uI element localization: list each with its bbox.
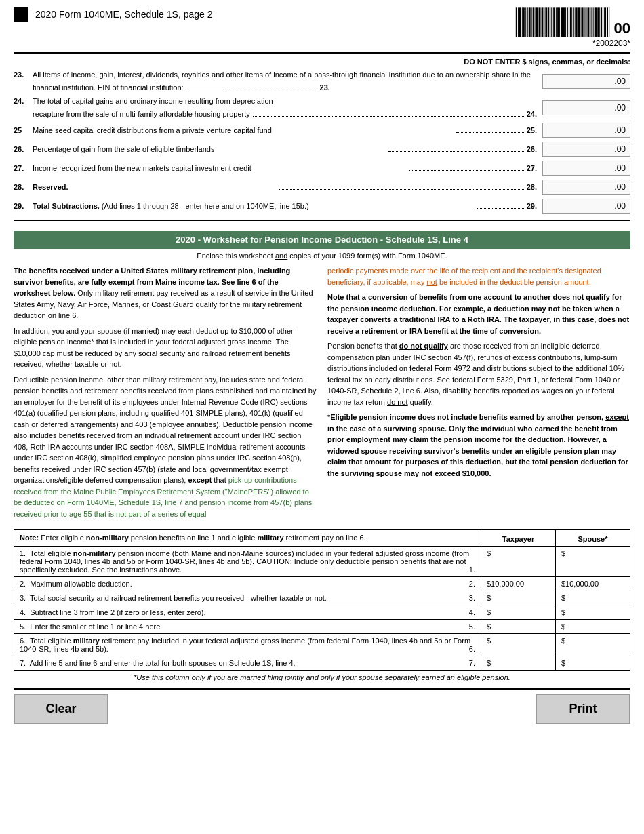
- line-25-num: 25: [14, 126, 33, 134]
- svg-rect-27: [566, 7, 567, 37]
- line-26-ref: 26.: [527, 145, 537, 153]
- line-23-ref: 23.: [320, 83, 330, 92]
- svg-rect-10: [534, 7, 535, 37]
- row6-text-cell: 6. Total eligible military retirement pa…: [14, 634, 481, 656]
- svg-rect-0: [516, 7, 517, 37]
- table-footnote: *Use this column only if you are married…: [14, 673, 630, 681]
- worksheet-title: 2020 - Worksheet for Pension Income Dedu…: [176, 235, 468, 245]
- line-24-row: 24. The total of capital gains and ordin…: [14, 96, 537, 108]
- svg-rect-18: [550, 7, 550, 37]
- ws-right-p3: Pension benefits that do not qualify are…: [327, 340, 630, 408]
- svg-rect-44: [599, 7, 600, 37]
- worksheet-enclose: Enclose this worksheet and copies of you…: [14, 252, 630, 260]
- header-right: 00 *2002203*: [515, 7, 630, 48]
- line-28-amount: .00: [542, 180, 630, 195]
- line-28-text: Reserved.: [33, 183, 277, 191]
- line-28-num: 28.: [14, 183, 33, 191]
- svg-rect-48: [607, 7, 608, 37]
- table-note-cell: Note: Enter eligible non-military pensio…: [14, 530, 481, 547]
- page-header: 2020 Form 1040ME, Schedule 1S, page 2: [14, 7, 630, 54]
- svg-rect-3: [521, 7, 522, 37]
- row4-taxpayer: $: [481, 605, 556, 620]
- svg-rect-21: [556, 7, 557, 37]
- bottom-buttons: Clear Print: [14, 688, 630, 728]
- svg-rect-19: [551, 7, 552, 37]
- svg-rect-29: [569, 7, 571, 37]
- section-divider: [14, 220, 630, 221]
- line-25-container: 25 Maine seed capital credit distributio…: [14, 123, 630, 138]
- svg-rect-22: [557, 7, 559, 37]
- ein-blank1: [186, 83, 224, 92]
- row1-spouse: $: [556, 547, 630, 577]
- line-23-text: All items of income, gain, interest, div…: [33, 70, 537, 80]
- line-27-num: 27.: [14, 164, 33, 172]
- row3-taxpayer: $: [481, 591, 556, 605]
- row4-spouse: $: [556, 605, 630, 620]
- line-24-dots: [253, 116, 524, 117]
- row6-spouse: $: [556, 634, 630, 656]
- line-26-row: 26. Percentage of gain from the sale of …: [14, 145, 537, 154]
- svg-rect-43: [597, 7, 599, 37]
- svg-rect-47: [604, 7, 606, 37]
- line-26-dots: [388, 151, 524, 152]
- ein-blank2: [229, 83, 317, 92]
- ws-right-p2: Note that a conversion of benefits from …: [327, 292, 630, 336]
- line-26-container: 26. Percentage of gain from the sale of …: [14, 142, 630, 157]
- row1-text-cell: 1. Total eligible non-military pension i…: [14, 547, 481, 577]
- ws-left-p1: The benefits received under a United Sta…: [14, 265, 317, 321]
- svg-rect-39: [590, 7, 590, 37]
- line-23-row: 23. All items of income, gain, interest,…: [14, 70, 537, 82]
- svg-rect-34: [580, 7, 581, 37]
- svg-rect-42: [595, 7, 597, 37]
- worksheet-columns: The benefits received under a United Sta…: [14, 265, 630, 523]
- row6-taxpayer: $: [481, 634, 556, 656]
- svg-rect-31: [574, 7, 575, 37]
- page-title: 2020 Form 1040ME, Schedule 1S, page 2: [35, 9, 213, 20]
- line-29-amount: .00: [542, 199, 630, 214]
- line-27-text: Income recognized from the new markets c…: [33, 164, 406, 172]
- svg-rect-24: [561, 7, 563, 37]
- line-25-row: 25 Maine seed capital credit distributio…: [14, 126, 537, 135]
- svg-rect-6: [526, 7, 527, 37]
- svg-rect-14: [542, 7, 543, 37]
- print-button[interactable]: Print: [536, 694, 630, 724]
- row2-spouse: $10,000.00: [556, 577, 630, 591]
- svg-rect-36: [584, 7, 584, 37]
- table-row: 5. Enter the smaller of line 1 or line 4…: [14, 620, 630, 634]
- line-23-container: 23. All items of income, gain, interest,…: [14, 70, 630, 92]
- line-29-content: 29. Total Subtractions. (Add lines 1 thr…: [14, 202, 537, 211]
- row7-taxpayer: $: [481, 656, 556, 671]
- worksheet-header: 2020 - Worksheet for Pension Income Dedu…: [14, 231, 630, 249]
- do-not-enter-notice: DO NOT ENTER $ signs, commas, or decimal…: [14, 58, 630, 66]
- ws-right-p4: *Eligible pension income does not includ…: [327, 412, 630, 479]
- svg-rect-11: [536, 7, 538, 37]
- table-note-header-row: Note: Enter eligible non-military pensio…: [14, 530, 630, 547]
- svg-rect-38: [587, 7, 589, 37]
- line-29-text: Total Subtractions. (Add lines 1 through…: [33, 202, 474, 210]
- svg-rect-26: [565, 7, 565, 37]
- svg-rect-2: [519, 7, 521, 37]
- svg-rect-49: [609, 7, 609, 37]
- clear-button[interactable]: Clear: [14, 694, 108, 724]
- line-28-container: 28. Reserved. 28. .00: [14, 180, 630, 195]
- table-row: 3. Total social security and railroad re…: [14, 591, 630, 605]
- svg-rect-9: [532, 7, 534, 37]
- svg-rect-35: [582, 7, 583, 37]
- row3-spouse: $: [556, 591, 630, 605]
- col-spouse-header: Spouse*: [556, 530, 630, 547]
- line-27-dots: [409, 170, 524, 171]
- svg-rect-20: [553, 7, 555, 37]
- page: 2020 Form 1040ME, Schedule 1S, page 2: [0, 0, 644, 834]
- row3-text-cell: 3. Total social security and railroad re…: [14, 591, 481, 605]
- ws-right-p1: periodic payments made over the life of …: [327, 265, 630, 287]
- row7-text-cell: 7. Add line 5 and line 6 and enter the t…: [14, 656, 481, 671]
- line-25-dots: [456, 132, 524, 133]
- svg-rect-23: [559, 7, 560, 37]
- worksheet-table: Note: Enter eligible non-military pensio…: [14, 529, 630, 671]
- col-taxpayer-header: Taxpayer: [481, 530, 556, 547]
- line-23-ein: financial institution. EIN of financial …: [14, 83, 537, 92]
- ws-left-col: The benefits received under a United Sta…: [14, 265, 317, 523]
- line-26-text: Percentage of gain from the sale of elig…: [33, 145, 386, 153]
- svg-rect-40: [591, 7, 592, 37]
- header-left: 2020 Form 1040ME, Schedule 1S, page 2: [14, 7, 213, 22]
